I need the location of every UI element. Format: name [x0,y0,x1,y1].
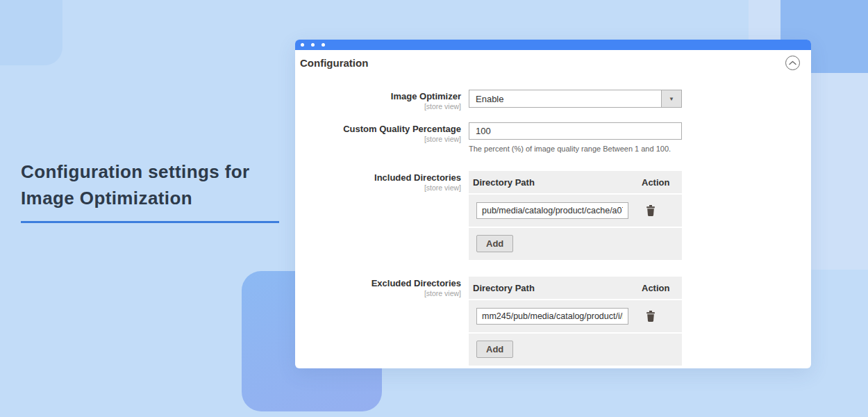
dropdown-arrow-icon[interactable]: ▼ [661,90,681,107]
window-dot-icon [322,43,325,47]
form-row-excluded-directories: Excluded Directories [store view] Direct… [295,277,811,366]
excluded-directories-field-col: Directory Path Action [469,277,682,366]
included-directories-label-col: Included Directories [store view] [295,171,461,192]
included-directory-row [469,195,682,227]
image-optimizer-label-col: Image Optimizer [store view] [295,90,461,111]
delete-row-button[interactable] [645,310,656,322]
included-directories-table-header: Directory Path Action [469,171,682,193]
form-row-custom-quality: Custom Quality Percentage [store view] T… [295,122,811,153]
column-header-action: Action [642,283,682,293]
window-titlebar [295,40,811,50]
column-header-action: Action [642,177,682,188]
included-directories-label: Included Directories [295,172,461,183]
chevron-up-icon [789,60,796,65]
excluded-directories-label-col: Excluded Directories [store view] [295,277,461,297]
excluded-directories-table: Directory Path Action [469,277,682,366]
panel-header: Configuration [295,50,811,70]
trash-icon [646,205,656,216]
image-optimizer-field-col: Enable ▼ [469,90,682,108]
image-optimizer-scope: [store view] [295,102,461,111]
hero-title-line1: Configuration settings for [21,161,250,182]
excluded-directory-path-input[interactable] [476,308,628,325]
panel-title: Configuration [300,56,368,69]
window-dot-icon [311,43,315,47]
configuration-form: Image Optimizer [store view] Enable ▼ Cu… [295,90,811,366]
column-header-directory-path: Directory Path [473,177,642,188]
window-dot-icon [301,43,304,47]
excluded-directories-add-row: Add [469,334,682,366]
image-optimizer-label: Image Optimizer [295,91,461,101]
form-row-included-directories: Included Directories [store view] Direct… [295,171,811,260]
excluded-directory-row [469,300,682,332]
included-directories-scope: [store view] [295,183,461,192]
included-directories-field-col: Directory Path Action [469,171,682,260]
hero-title: Configuration settings for Image Optimiz… [21,158,292,211]
delete-row-button[interactable] [645,204,656,217]
decor-shape-top-left [0,0,62,65]
add-excluded-directory-button[interactable]: Add [476,341,513,358]
excluded-directories-scope: [store view] [295,289,461,297]
excluded-directories-table-header: Directory Path Action [469,277,682,299]
included-directories-table: Directory Path Action [469,171,682,260]
included-directories-add-row: Add [469,228,682,260]
image-optimizer-select[interactable]: Enable ▼ [469,90,682,108]
custom-quality-label: Custom Quality Percentage [295,124,461,134]
excluded-directories-label: Excluded Directories [295,278,461,288]
image-optimizer-selected-value: Enable [469,90,661,107]
included-directory-path-input[interactable] [476,202,628,219]
hero-title-line2: Image Optimization [21,188,192,208]
column-header-directory-path: Directory Path [473,283,642,293]
form-row-image-optimizer: Image Optimizer [store view] Enable ▼ [295,90,811,111]
trash-icon [646,311,656,322]
add-included-directory-button[interactable]: Add [476,235,513,252]
custom-quality-input[interactable] [469,122,682,140]
hero-underline [21,221,279,223]
custom-quality-note: The percent (%) of image quality range B… [469,145,682,153]
custom-quality-scope: [store view] [295,135,461,143]
hero-section: Configuration settings for Image Optimiz… [21,158,292,223]
custom-quality-field-col: The percent (%) of image quality range B… [469,122,682,153]
configuration-panel: Configuration Image Optimizer [store vie… [295,40,811,368]
collapse-section-button[interactable] [785,56,800,70]
custom-quality-label-col: Custom Quality Percentage [store view] [295,122,461,143]
